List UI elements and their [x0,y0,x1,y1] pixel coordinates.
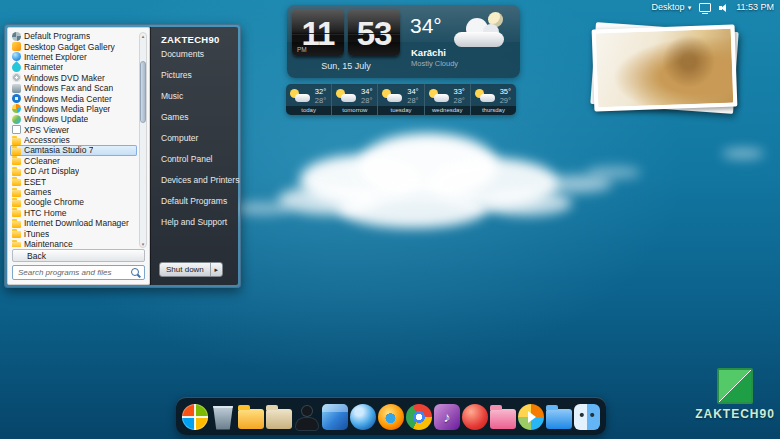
display-icon[interactable] [699,3,711,12]
user-icon[interactable] [294,404,320,430]
start-menu-item[interactable]: Camtasia Studio 7 [10,145,137,155]
shutdown-button[interactable]: Shut down ▸ [159,262,223,277]
xps-viewer-icon [12,125,21,134]
start-menu-item[interactable]: Windows Update [10,114,137,124]
recycle-bin-icon[interactable] [210,404,236,430]
forecast-high: 34° [407,87,418,96]
photo-image [596,29,734,108]
start-menu-item[interactable]: Windows Media Player [10,104,137,114]
partly-cloudy-icon [382,89,402,102]
city-label: Karāchi [411,47,446,58]
firefox-icon[interactable] [378,404,404,430]
start-menu-item-computer[interactable]: Computer [151,128,238,149]
start-menu-item[interactable]: HTC Home [10,208,137,218]
start-menu-item[interactable]: Windows DVD Maker [10,73,137,83]
folder-icon [12,158,21,165]
start-menu-item[interactable]: CCleaner [10,156,137,166]
finder-icon[interactable] [574,404,600,430]
browser-globe-icon[interactable] [350,404,376,430]
start-menu-item-control-panel[interactable]: Control Panel [151,149,238,170]
back-button-label: Back [27,251,46,261]
clock-weather-widget[interactable]: 11 PM 53 Sun, 15 July 34° Karāchi Mostly… [287,5,520,78]
zaktech-logo-icon [717,368,753,404]
folder-icon [12,231,21,238]
search-box[interactable] [12,265,145,280]
start-menu-item-label: XPS Viewer [24,125,69,135]
cube-icon[interactable] [322,404,348,430]
start-menu-item[interactable]: Internet Download Manager [10,218,137,228]
music-note-icon[interactable]: ♪ [434,404,460,430]
forecast-low: 28° [407,96,418,105]
libraries-icon[interactable] [266,409,292,429]
start-menu-item[interactable]: Maintenance [10,239,137,247]
start-menu-item[interactable]: Internet Explorer [10,52,137,62]
folder-icon [12,190,21,197]
media-center-icon [12,94,21,103]
start-menu-item[interactable]: Desktop Gadget Gallery [10,41,137,51]
forecast-cell: 32°28°today [286,84,331,115]
start-menu-item-documents[interactable]: Documents [151,44,238,65]
start-menu-item-music[interactable]: Music [151,86,238,107]
start-menu-item[interactable]: Accessories [10,135,137,145]
photo-widget[interactable] [593,27,736,109]
search-input[interactable] [13,268,131,277]
forecast-cell: 35°29°thursday [470,84,516,115]
start-menu-item-label: Windows Media Player [24,104,110,114]
start-menu-item[interactable]: XPS Viewer [10,125,137,135]
start-menu-item-games[interactable]: Games [151,107,238,128]
search-icon [131,268,139,276]
start-menu-item-default-programs[interactable]: Default Programs [151,191,238,212]
start-menu-item[interactable]: Windows Media Center [10,93,137,103]
start-menu-item[interactable]: Rainmeter [10,62,137,72]
folder-icon [12,138,21,145]
flip-clock-minute: 53 [348,9,400,56]
volume-icon[interactable] [719,3,728,12]
forecast-high: 34° [361,87,372,96]
start-menu-item[interactable]: ESET [10,176,137,186]
weather-summary: 34° Karāchi Mostly Cloudy [405,7,517,76]
media-player-icon[interactable] [518,404,544,430]
start-menu: Default ProgramsDesktop Gadget GalleryIn… [4,24,241,288]
folder-yellow-icon[interactable] [238,409,264,429]
start-menu-item[interactable]: iTunes [10,228,137,238]
start-menu-item-label: Windows Fax and Scan [24,83,113,93]
forecast-low: 29° [500,96,511,105]
start-orb-icon[interactable] [182,404,208,430]
scrollbar[interactable]: ▴ ▾ [139,32,147,248]
desktop-selector[interactable]: Desktop ▾ [652,2,692,12]
start-menu-right-pane: ZAKTECH90 DocumentsPicturesMusicGamesCom… [150,27,238,285]
start-menu-item[interactable]: Google Chrome [10,197,137,207]
partly-cloudy-icon [290,89,310,102]
forecast-cell: 34°28°tuesday [377,84,423,115]
scroll-up-icon[interactable]: ▴ [140,33,146,39]
start-menu-item[interactable]: Default Programs [10,31,137,41]
photo-frame [592,25,738,112]
forecast-day-label: today [286,106,331,115]
cloud [232,202,292,215]
start-menu-item-label: CCleaner [24,156,60,166]
shutdown-arrow-icon[interactable]: ▸ [210,263,222,276]
shutdown-label: Shut down [160,263,210,276]
cloud [586,166,641,179]
chrome-icon[interactable] [406,404,432,430]
media-red-icon[interactable] [462,404,488,430]
scroll-down-icon[interactable]: ▾ [140,241,146,247]
forecast-strip[interactable]: 32°28°today34°28°tomorrow34°28°tuesday33… [286,84,516,115]
back-button[interactable]: Back [12,249,145,262]
system-clock: 11:53 PM [736,2,774,12]
start-menu-item-help-and-support[interactable]: Help and Support [151,212,238,233]
start-menu-item-pictures[interactable]: Pictures [151,65,238,86]
start-menu-item-label: ESET [24,177,46,187]
start-menu-left-pane: Default ProgramsDesktop Gadget GalleryIn… [7,27,150,285]
start-menu-item[interactable]: Windows Fax and Scan [10,83,137,93]
start-menu-item-label: Maintenance [24,239,73,247]
desktop-label: Desktop [652,2,685,12]
scrollbar-thumb[interactable] [140,61,146,123]
start-menu-item-label: Rainmeter [24,62,63,72]
folder-blue-icon[interactable] [546,409,572,429]
start-menu-item[interactable]: CD Art Display [10,166,137,176]
forecast-low: 28° [361,96,372,105]
folder-pink-icon[interactable] [490,409,516,429]
start-menu-item[interactable]: Games [10,187,137,197]
start-menu-item-devices-and-printers[interactable]: Devices and Printers [151,170,238,191]
